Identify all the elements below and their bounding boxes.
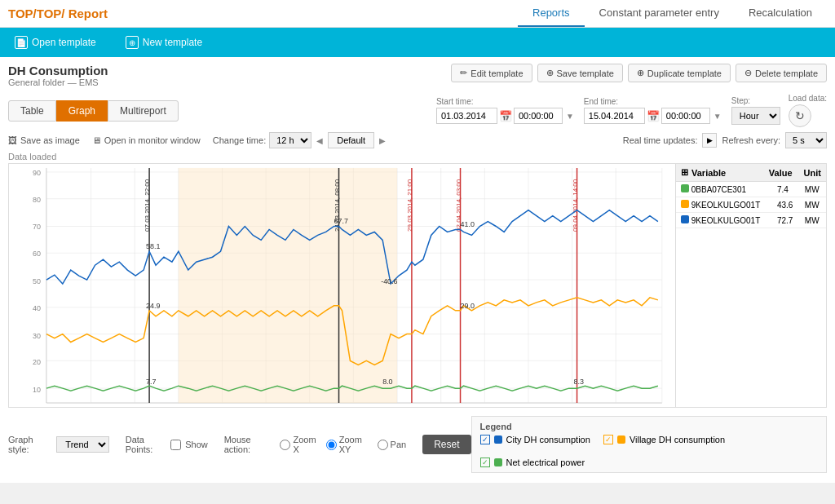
legend-color-dot bbox=[617, 435, 625, 444]
graph-style-group: Graph style: Trend Bar bbox=[8, 435, 109, 454]
refresh-select[interactable]: 5 s 10 s 30 s bbox=[785, 132, 827, 148]
main-content: DH Consumption General folder — EMS ✏ Ed… bbox=[0, 57, 835, 483]
start-time-input[interactable] bbox=[514, 108, 563, 124]
svg-text:30: 30 bbox=[33, 332, 41, 340]
chart-area[interactable]: 90 80 70 60 50 40 30 20 10 bbox=[8, 163, 676, 408]
save-icon: ⊕ bbox=[546, 68, 554, 78]
legend-table-row: 9KEOLKULGO01T 72.7 MW bbox=[676, 213, 826, 228]
save-as-image-button[interactable]: 🖼 Save as image bbox=[8, 135, 80, 145]
bottom-legend-items: ✓ City DH consumption ✓ Village DH consu… bbox=[480, 435, 818, 467]
open-template-button[interactable]: 📄 Open template bbox=[8, 33, 103, 52]
template-buttons: ✏ Edit template ⊕ Save template ⊕ Duplic… bbox=[451, 64, 827, 82]
svg-text:80: 80 bbox=[33, 196, 41, 204]
table-icon: ⊞ bbox=[681, 167, 688, 178]
legend-panel: ⊞ Variable Value Unit 0BBA07CE301 7.4 MW… bbox=[676, 163, 827, 408]
duplicate-icon: ⊕ bbox=[637, 68, 644, 78]
report-title: DH Consumption bbox=[8, 64, 108, 77]
change-time-prev[interactable]: ◀ bbox=[315, 135, 325, 147]
legend-checkbox[interactable]: ✓ bbox=[603, 435, 613, 444]
svg-text:7.7: 7.7 bbox=[146, 378, 156, 386]
monitor-icon: 🖥 bbox=[92, 135, 101, 145]
svg-text:70: 70 bbox=[33, 223, 41, 231]
change-time-next[interactable]: ▶ bbox=[378, 135, 387, 147]
svg-text:8.0: 8.0 bbox=[382, 378, 392, 386]
step-group: Step: Hour Day Week bbox=[731, 96, 780, 125]
new-template-icon: ⊕ bbox=[126, 36, 139, 49]
realtime-row: Real time updates: ▶ Refresh every: 5 s … bbox=[623, 132, 827, 148]
legend-color-dot bbox=[494, 435, 502, 444]
edit-icon: ✏ bbox=[460, 68, 467, 78]
time-controls: Start time: 📅 ▼ End time: 📅 ▼ Step bbox=[436, 94, 827, 127]
svg-text:58.1: 58.1 bbox=[146, 242, 160, 250]
svg-text:41.0: 41.0 bbox=[461, 220, 475, 228]
legend-table: 0BBA07CE301 7.4 MW 9KEOLKULGO01T 43.6 MW… bbox=[676, 182, 826, 228]
report-subtitle: General folder — EMS bbox=[8, 77, 108, 87]
bottom-legend-item: ✓ Village DH consumption bbox=[603, 435, 725, 444]
load-data-button[interactable]: ↻ bbox=[789, 104, 811, 127]
svg-text:40: 40 bbox=[33, 304, 41, 312]
legend-checkbox[interactable]: ✓ bbox=[480, 458, 490, 467]
chart-svg: 90 80 70 60 50 40 30 20 10 bbox=[9, 164, 675, 407]
end-time-down-arrow[interactable]: ▼ bbox=[712, 110, 723, 122]
svg-text:8.3: 8.3 bbox=[574, 378, 584, 386]
title-section: DH Consumption General folder — EMS bbox=[8, 64, 108, 87]
bottom-legend-item: ✓ Net electrical power bbox=[480, 458, 585, 467]
step-select[interactable]: Hour Day Week bbox=[731, 107, 780, 125]
tab-graph[interactable]: Graph bbox=[56, 100, 108, 122]
end-time-input[interactable] bbox=[661, 108, 710, 124]
graph-style-select[interactable]: Trend Bar bbox=[56, 436, 108, 453]
zoom-x-option[interactable]: Zoom X bbox=[280, 435, 319, 454]
svg-text:29.0: 29.0 bbox=[461, 302, 475, 310]
start-time-label: Start time: bbox=[436, 97, 576, 106]
save-template-button[interactable]: ⊕ Save template bbox=[537, 64, 623, 82]
load-data-label: Load data: bbox=[789, 94, 827, 103]
end-date-input[interactable] bbox=[584, 108, 645, 124]
legend-color-dot bbox=[681, 184, 689, 192]
realtime-play-button[interactable]: ▶ bbox=[702, 133, 717, 148]
default-button[interactable]: Default bbox=[328, 132, 374, 148]
value-col-header: Value bbox=[769, 168, 793, 178]
svg-text:29.03.2014, 21:00: 29.03.2014, 21:00 bbox=[406, 179, 413, 232]
svg-text:09.04.2014, 14:00: 09.04.2014, 14:00 bbox=[572, 179, 579, 232]
delete-template-button[interactable]: ⊖ Delete template bbox=[736, 64, 827, 82]
action-row: 🖼 Save as image 🖥 Open in monitor window… bbox=[8, 132, 827, 148]
reset-button[interactable]: Reset bbox=[422, 435, 471, 454]
chart-container: 90 80 70 60 50 40 30 20 10 bbox=[8, 163, 827, 408]
open-template-icon: 📄 bbox=[15, 36, 28, 49]
nav-reports[interactable]: Reports bbox=[518, 0, 585, 27]
end-time-group: End time: 📅 ▼ bbox=[584, 97, 723, 124]
mouse-action-group: Mouse action: Zoom X Zoom XY Pan bbox=[224, 435, 406, 454]
controls-row: Table Graph Multireport Start time: 📅 ▼ … bbox=[8, 94, 827, 127]
nav-constant-parameter[interactable]: Constant parameter entry bbox=[585, 0, 734, 27]
bottom-legend: Legend ✓ City DH consumption ✓ Village D… bbox=[471, 416, 827, 473]
duplicate-template-button[interactable]: ⊕ Duplicate template bbox=[628, 64, 731, 82]
edit-template-button[interactable]: ✏ Edit template bbox=[451, 64, 532, 82]
zoom-xy-option[interactable]: Zoom XY bbox=[326, 435, 371, 454]
start-date-calendar-icon[interactable]: 📅 bbox=[499, 110, 512, 122]
end-time-label: End time: bbox=[584, 97, 723, 106]
bottom-legend-item: ✓ City DH consumption bbox=[480, 435, 590, 444]
view-tabs: Table Graph Multireport bbox=[8, 100, 179, 122]
change-time-select[interactable]: 12 h 6 h 1 h bbox=[269, 132, 311, 148]
start-date-input[interactable] bbox=[436, 108, 497, 124]
legend-checkbox[interactable]: ✓ bbox=[480, 435, 490, 444]
tab-table[interactable]: Table bbox=[8, 100, 56, 122]
pan-option[interactable]: Pan bbox=[378, 440, 407, 450]
legend-color-dot bbox=[681, 200, 689, 208]
new-template-button[interactable]: ⊕ New template bbox=[119, 33, 209, 52]
data-points-checkbox[interactable] bbox=[170, 440, 181, 450]
start-time-down-arrow[interactable]: ▼ bbox=[564, 110, 576, 122]
end-date-calendar-icon[interactable]: 📅 bbox=[647, 110, 660, 122]
svg-text:24.9: 24.9 bbox=[146, 302, 160, 310]
unit-col-header: Unit bbox=[804, 168, 821, 178]
open-monitor-button[interactable]: 🖥 Open in monitor window bbox=[92, 135, 201, 145]
tab-multireport[interactable]: Multireport bbox=[108, 100, 179, 122]
header-nav: Reports Constant parameter entry Recalcu… bbox=[518, 0, 827, 27]
action-left: 🖼 Save as image 🖥 Open in monitor window… bbox=[8, 132, 387, 148]
svg-text:20: 20 bbox=[33, 358, 41, 366]
svg-text:67.7: 67.7 bbox=[334, 218, 348, 226]
load-data-group: Load data: ↻ bbox=[789, 94, 827, 127]
svg-text:-40.6: -40.6 bbox=[381, 277, 397, 285]
nav-recalculation[interactable]: Recalculation bbox=[734, 0, 827, 27]
svg-rect-34 bbox=[179, 168, 397, 403]
